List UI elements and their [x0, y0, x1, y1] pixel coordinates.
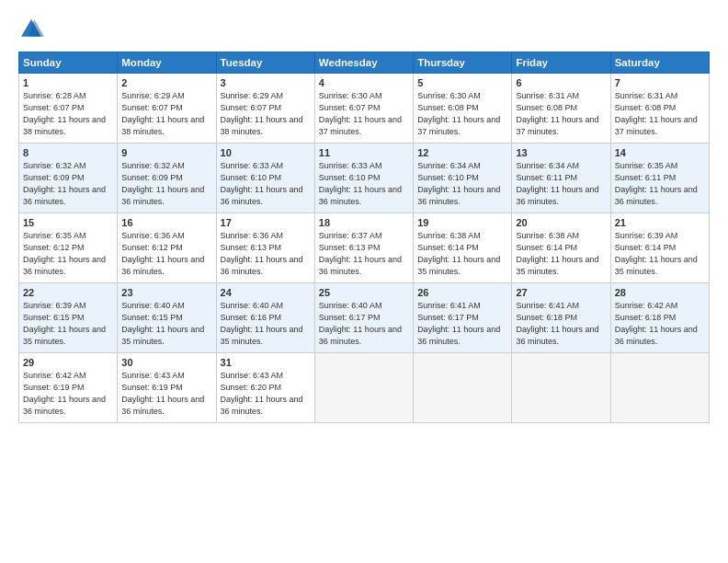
cell-info: Sunrise: 6:41 AMSunset: 6:18 PMDaylight:…	[516, 301, 598, 346]
calendar-cell: 12Sunrise: 6:34 AMSunset: 6:10 PMDayligh…	[414, 144, 512, 213]
calendar-cell: 27Sunrise: 6:41 AMSunset: 6:18 PMDayligh…	[512, 283, 610, 353]
calendar-cell: 16Sunrise: 6:36 AMSunset: 6:12 PMDayligh…	[118, 213, 216, 283]
calendar-cell: 11Sunrise: 6:33 AMSunset: 6:10 PMDayligh…	[314, 144, 413, 213]
cell-info: Sunrise: 6:30 AMSunset: 6:08 PMDaylight:…	[417, 91, 500, 136]
calendar-cell: 24Sunrise: 6:40 AMSunset: 6:16 PMDayligh…	[216, 283, 314, 353]
calendar-cell: 15Sunrise: 6:35 AMSunset: 6:12 PMDayligh…	[19, 213, 118, 283]
calendar-cell	[314, 353, 413, 423]
calendar-cell: 1Sunrise: 6:28 AMSunset: 6:07 PMDaylight…	[19, 74, 118, 144]
day-number: 30	[121, 357, 211, 368]
cell-info: Sunrise: 6:43 AMSunset: 6:20 PMDaylight:…	[221, 371, 303, 416]
day-number: 7	[615, 77, 705, 88]
day-number: 8	[23, 147, 113, 158]
cell-info: Sunrise: 6:31 AMSunset: 6:08 PMDaylight:…	[516, 91, 598, 136]
cell-info: Sunrise: 6:42 AMSunset: 6:18 PMDaylight:…	[615, 301, 698, 346]
day-header: Wednesday	[314, 52, 413, 74]
calendar-cell: 3Sunrise: 6:29 AMSunset: 6:07 PMDaylight…	[216, 74, 314, 144]
day-number: 28	[615, 287, 705, 298]
day-number: 17	[221, 217, 311, 228]
cell-info: Sunrise: 6:35 AMSunset: 6:11 PMDaylight:…	[615, 161, 698, 206]
calendar-row: 8Sunrise: 6:32 AMSunset: 6:09 PMDaylight…	[19, 144, 710, 213]
day-number: 26	[417, 287, 507, 298]
day-number: 18	[319, 217, 409, 228]
calendar-cell: 22Sunrise: 6:39 AMSunset: 6:15 PMDayligh…	[19, 283, 118, 353]
cell-info: Sunrise: 6:35 AMSunset: 6:12 PMDaylight:…	[23, 231, 106, 276]
cell-info: Sunrise: 6:40 AMSunset: 6:15 PMDaylight:…	[121, 301, 204, 346]
cell-info: Sunrise: 6:37 AMSunset: 6:13 PMDaylight:…	[319, 231, 402, 276]
cell-info: Sunrise: 6:33 AMSunset: 6:10 PMDaylight:…	[221, 161, 303, 206]
day-header: Saturday	[610, 52, 709, 74]
calendar-cell: 21Sunrise: 6:39 AMSunset: 6:14 PMDayligh…	[610, 213, 709, 283]
logo	[18, 17, 48, 42]
calendar-cell: 31Sunrise: 6:43 AMSunset: 6:20 PMDayligh…	[216, 353, 314, 423]
calendar-cell: 25Sunrise: 6:40 AMSunset: 6:17 PMDayligh…	[314, 283, 413, 353]
cell-info: Sunrise: 6:34 AMSunset: 6:10 PMDaylight:…	[417, 161, 500, 206]
day-number: 9	[121, 147, 211, 158]
calendar-cell: 28Sunrise: 6:42 AMSunset: 6:18 PMDayligh…	[610, 283, 709, 353]
day-number: 13	[516, 147, 606, 158]
day-header: Tuesday	[216, 52, 314, 74]
cell-info: Sunrise: 6:39 AMSunset: 6:15 PMDaylight:…	[23, 301, 106, 346]
calendar-cell: 18Sunrise: 6:37 AMSunset: 6:13 PMDayligh…	[314, 213, 413, 283]
cell-info: Sunrise: 6:29 AMSunset: 6:07 PMDaylight:…	[121, 91, 204, 136]
calendar-cell: 19Sunrise: 6:38 AMSunset: 6:14 PMDayligh…	[414, 213, 512, 283]
calendar-cell: 26Sunrise: 6:41 AMSunset: 6:17 PMDayligh…	[414, 283, 512, 353]
cell-info: Sunrise: 6:42 AMSunset: 6:19 PMDaylight:…	[23, 371, 106, 416]
day-number: 11	[319, 147, 409, 158]
day-number: 4	[319, 77, 409, 88]
calendar-cell	[610, 353, 709, 423]
calendar-cell: 20Sunrise: 6:38 AMSunset: 6:14 PMDayligh…	[512, 213, 610, 283]
cell-info: Sunrise: 6:29 AMSunset: 6:07 PMDaylight:…	[221, 91, 303, 136]
calendar-cell	[414, 353, 512, 423]
calendar-row: 1Sunrise: 6:28 AMSunset: 6:07 PMDaylight…	[19, 74, 710, 144]
day-number: 5	[417, 77, 507, 88]
cell-info: Sunrise: 6:36 AMSunset: 6:13 PMDaylight:…	[221, 231, 303, 276]
cell-info: Sunrise: 6:36 AMSunset: 6:12 PMDaylight:…	[121, 231, 204, 276]
cell-info: Sunrise: 6:40 AMSunset: 6:16 PMDaylight:…	[221, 301, 303, 346]
cell-info: Sunrise: 6:38 AMSunset: 6:14 PMDaylight:…	[516, 231, 598, 276]
calendar-cell: 17Sunrise: 6:36 AMSunset: 6:13 PMDayligh…	[216, 213, 314, 283]
cell-info: Sunrise: 6:32 AMSunset: 6:09 PMDaylight:…	[121, 161, 204, 206]
day-number: 14	[615, 147, 705, 158]
day-number: 25	[319, 287, 409, 298]
day-number: 31	[221, 357, 311, 368]
cell-info: Sunrise: 6:40 AMSunset: 6:17 PMDaylight:…	[319, 301, 402, 346]
cell-info: Sunrise: 6:41 AMSunset: 6:17 PMDaylight:…	[417, 301, 500, 346]
cell-info: Sunrise: 6:43 AMSunset: 6:19 PMDaylight:…	[121, 371, 204, 416]
day-header: Monday	[118, 52, 216, 74]
day-number: 12	[417, 147, 507, 158]
day-number: 22	[23, 287, 113, 298]
calendar-cell: 8Sunrise: 6:32 AMSunset: 6:09 PMDaylight…	[19, 144, 118, 213]
day-number: 6	[516, 77, 606, 88]
day-number: 23	[121, 287, 211, 298]
calendar-cell: 2Sunrise: 6:29 AMSunset: 6:07 PMDaylight…	[118, 74, 216, 144]
cell-info: Sunrise: 6:38 AMSunset: 6:14 PMDaylight:…	[417, 231, 500, 276]
day-number: 15	[23, 217, 113, 228]
day-header: Sunday	[19, 52, 118, 74]
calendar-cell: 29Sunrise: 6:42 AMSunset: 6:19 PMDayligh…	[19, 353, 118, 423]
day-number: 24	[221, 287, 311, 298]
day-number: 27	[516, 287, 606, 298]
calendar-cell: 5Sunrise: 6:30 AMSunset: 6:08 PMDaylight…	[414, 74, 512, 144]
day-number: 21	[615, 217, 705, 228]
day-header: Thursday	[414, 52, 512, 74]
day-number: 1	[23, 77, 113, 88]
calendar-row: 15Sunrise: 6:35 AMSunset: 6:12 PMDayligh…	[19, 213, 710, 283]
page: SundayMondayTuesdayWednesdayThursdayFrid…	[0, 0, 728, 563]
calendar-cell: 13Sunrise: 6:34 AMSunset: 6:11 PMDayligh…	[512, 144, 610, 213]
calendar-cell	[512, 353, 610, 423]
calendar-cell: 9Sunrise: 6:32 AMSunset: 6:09 PMDaylight…	[118, 144, 216, 213]
calendar-cell: 30Sunrise: 6:43 AMSunset: 6:19 PMDayligh…	[118, 353, 216, 423]
day-number: 10	[221, 147, 311, 158]
header-row: SundayMondayTuesdayWednesdayThursdayFrid…	[19, 52, 710, 74]
calendar-table: SundayMondayTuesdayWednesdayThursdayFrid…	[18, 52, 710, 423]
calendar-cell: 10Sunrise: 6:33 AMSunset: 6:10 PMDayligh…	[216, 144, 314, 213]
cell-info: Sunrise: 6:34 AMSunset: 6:11 PMDaylight:…	[516, 161, 598, 206]
calendar-cell: 14Sunrise: 6:35 AMSunset: 6:11 PMDayligh…	[610, 144, 709, 213]
day-header: Friday	[512, 52, 610, 74]
calendar-cell: 7Sunrise: 6:31 AMSunset: 6:08 PMDaylight…	[610, 74, 709, 144]
cell-info: Sunrise: 6:32 AMSunset: 6:09 PMDaylight:…	[23, 161, 106, 206]
day-number: 3	[221, 77, 311, 88]
day-number: 2	[121, 77, 211, 88]
cell-info: Sunrise: 6:33 AMSunset: 6:10 PMDaylight:…	[319, 161, 402, 206]
